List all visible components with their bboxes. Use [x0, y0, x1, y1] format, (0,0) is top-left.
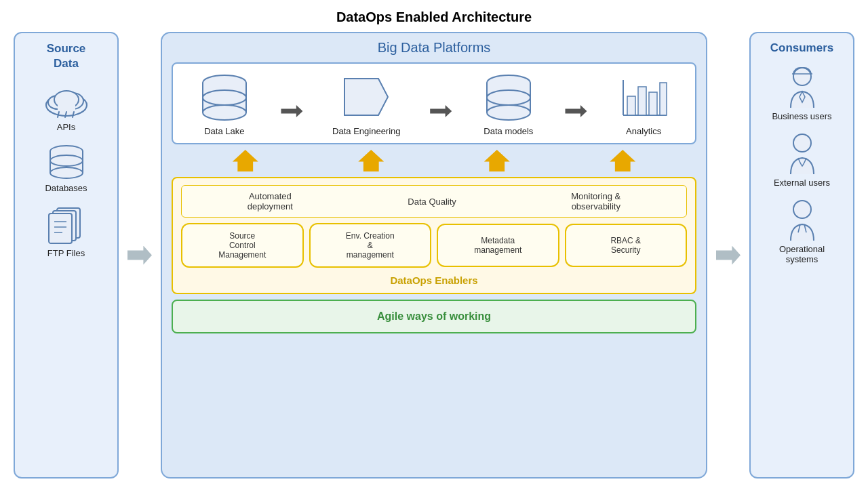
operational-user-icon — [781, 197, 823, 241]
business-users-label: Business users — [772, 111, 831, 121]
source-item-apis: APIs — [43, 83, 90, 132]
operational-systems-label: Operationalsystems — [779, 244, 825, 264]
source-panel-title: SourceData — [47, 41, 86, 71]
deployment-row: Automateddeployment Data Quality Monitor… — [181, 185, 687, 218]
platform-to-consumers-arrow — [715, 32, 741, 479]
svg-rect-38 — [660, 83, 667, 115]
arrows-up-row — [172, 150, 696, 171]
pipeline-arrow-1 — [281, 105, 302, 117]
files-icon — [46, 205, 87, 245]
datalake-label: Data Lake — [204, 126, 244, 136]
cloud-icon — [43, 83, 90, 119]
agile-bar: Agile ways of working — [172, 300, 696, 333]
models-label: Data models — [484, 126, 533, 136]
source-to-platform-arrow — [127, 32, 153, 479]
automated-deployment: Automateddeployment — [248, 191, 293, 211]
dataops-enablers-label: DataOps Enablers — [181, 273, 687, 286]
pipeline-arrow-3 — [565, 105, 587, 117]
datamodels-icon — [481, 73, 536, 121]
monitoring-observability: Monitoring &observability — [571, 191, 620, 211]
databases-label: Databases — [45, 183, 87, 193]
apis-label: APIs — [57, 122, 75, 132]
ftp-label: FTP Files — [47, 248, 85, 258]
up-arrow-2 — [358, 150, 384, 171]
svg-marker-26 — [344, 79, 388, 115]
svg-point-42 — [793, 134, 811, 152]
source-item-databases: Databases — [45, 144, 87, 193]
external-user-icon — [781, 131, 823, 174]
data-quality: Data Quality — [408, 197, 456, 207]
consumer-item-external: External users — [774, 131, 830, 188]
svg-rect-16 — [49, 214, 72, 243]
pipeline-box: Data Lake Data Engineering — [172, 62, 696, 144]
rbac-box: RBAC &Security — [565, 224, 688, 267]
pipeline-step-engineering: Data Engineering — [332, 73, 400, 136]
engineering-label: Data Engineering — [332, 126, 400, 136]
business-user-icon — [781, 64, 823, 108]
datalake-icon — [197, 73, 252, 121]
pipeline-step-models: Data models — [481, 73, 536, 136]
source-item-ftp: FTP Files — [46, 205, 87, 258]
svg-point-32 — [487, 105, 530, 120]
analytics-icon — [616, 73, 671, 121]
up-arrow-4 — [610, 150, 635, 171]
source-panel: SourceData APIs — [14, 32, 119, 479]
database-icon — [46, 144, 87, 180]
pipeline-step-datalake: Data Lake — [197, 73, 252, 136]
svg-rect-36 — [638, 87, 646, 115]
svg-point-39 — [793, 68, 811, 85]
up-arrow-3 — [484, 150, 510, 171]
svg-rect-37 — [649, 92, 657, 115]
svg-point-43 — [793, 201, 811, 218]
dataops-section: Automateddeployment Data Quality Monitor… — [172, 177, 696, 294]
env-creation-box: Env. Creation&management — [309, 223, 432, 268]
consumer-item-business: Business users — [772, 64, 831, 121]
svg-point-24 — [203, 105, 246, 120]
page-title: DataOps Enabled Architecture — [336, 0, 532, 32]
platform-panel: Big Data Platforms Data Lake — [161, 32, 707, 479]
external-users-label: External users — [774, 178, 830, 188]
source-control-box: SourceControlManagement — [181, 223, 304, 268]
consumer-item-operational: Operationalsystems — [779, 197, 825, 264]
analytics-label: Analytics — [626, 126, 661, 136]
platform-title: Big Data Platforms — [172, 40, 696, 56]
consumers-title: Consumers — [770, 41, 834, 55]
enablers-row: SourceControlManagement Env. Creation&ma… — [181, 223, 687, 268]
pipeline-arrow-2 — [430, 105, 452, 117]
svg-rect-35 — [627, 96, 635, 115]
up-arrow-1 — [233, 150, 258, 171]
consumers-panel: Consumers Business users — [749, 32, 854, 479]
engineering-icon — [339, 73, 393, 121]
svg-point-13 — [50, 167, 83, 178]
pipeline-step-analytics: Analytics — [616, 73, 671, 136]
metadata-box: Metadatamanagement — [437, 224, 559, 267]
